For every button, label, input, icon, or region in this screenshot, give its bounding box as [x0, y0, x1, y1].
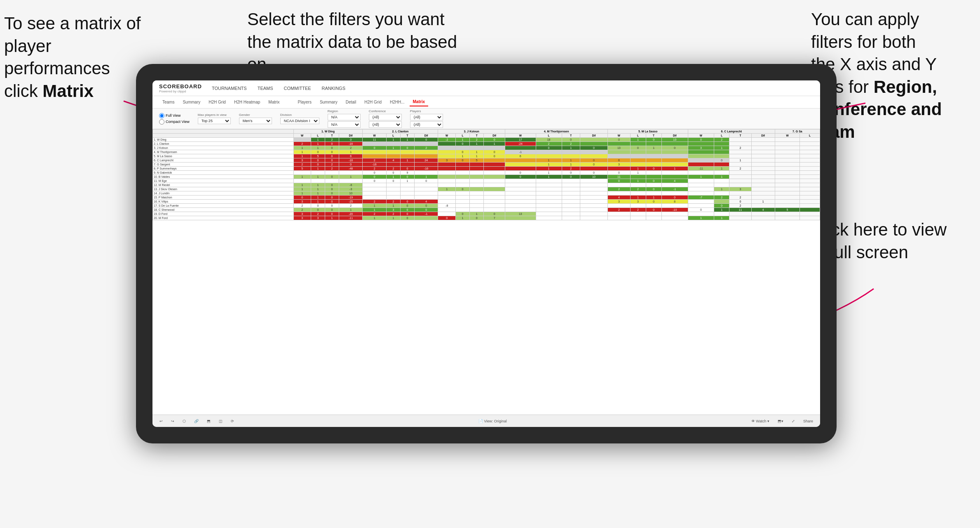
toolbar-redo[interactable]: ↪: [169, 418, 176, 424]
toolbar-fullscreen[interactable]: ⤢: [790, 418, 797, 424]
matrix-cell: [714, 171, 729, 175]
radio-compact-view[interactable]: [159, 119, 164, 125]
matrix-cell: 3: [293, 200, 311, 204]
matrix-cell: 0: [484, 150, 505, 154]
matrix-cell: [484, 175, 505, 179]
toolbar-layout[interactable]: ⬒: [205, 418, 213, 424]
matrix-cell: [484, 179, 505, 183]
matrix-cell: [438, 175, 456, 179]
tab-teams[interactable]: Teams: [159, 98, 178, 106]
matrix-cell: [800, 216, 820, 220]
table-row: 11. M Ege00100104: [153, 179, 820, 183]
matrix-cell: [800, 200, 820, 204]
matrix-cell: 4: [661, 179, 688, 183]
matrix-cell: -48: [339, 167, 363, 171]
matrix-cell: [714, 142, 729, 146]
player-name-cell: 14. J Lundin: [153, 191, 294, 196]
nav-tournaments[interactable]: TOURNAMENTS: [210, 85, 249, 92]
player-name-cell: 15. P Maichon: [153, 196, 294, 200]
matrix-cell: 0: [580, 171, 607, 175]
matrix-cell: [363, 150, 386, 154]
matrix-cell: [775, 142, 799, 146]
matrix-cell: 11: [363, 138, 386, 142]
tab-h2hh[interactable]: H2HH...: [387, 98, 408, 106]
select-region-x[interactable]: N/A: [328, 114, 361, 120]
matrix-cell: [386, 142, 400, 146]
matrix-cell: [505, 146, 536, 150]
tab-summary[interactable]: Summary: [179, 98, 204, 106]
tab-h2h-heatmap[interactable]: H2H Heatmap: [231, 98, 263, 106]
tab-detail[interactable]: Detail: [342, 98, 360, 106]
matrix-cell: [363, 191, 386, 196]
matrix-cell: 1: [400, 179, 414, 183]
tab-matrix[interactable]: Matrix: [265, 98, 283, 106]
toolbar-undo[interactable]: ↩: [157, 418, 165, 424]
matrix-cell: 0: [455, 150, 469, 154]
select-division[interactable]: NCAA Division I: [280, 118, 319, 124]
matrix-cell: 0: [580, 163, 607, 167]
tab-summary2[interactable]: Summary: [317, 98, 341, 106]
matrix-cell: [580, 191, 607, 196]
nav-teams[interactable]: TEAMS: [256, 85, 275, 92]
col-header-5: 5. M La Sasso: [608, 130, 688, 134]
matrix-cell: 0: [363, 146, 386, 150]
matrix-cell: [800, 154, 820, 158]
player-name-cell: 4. M Thorbjornsen: [153, 150, 294, 154]
tab-matrix-active[interactable]: Matrix: [410, 98, 428, 106]
toolbar-split[interactable]: ◫: [217, 418, 225, 424]
toolbar-watch[interactable]: 👁 Watch ▾: [749, 418, 771, 424]
select-players-y[interactable]: (All): [410, 121, 443, 128]
radio-full-view[interactable]: [159, 113, 164, 118]
player-name-cell: 12. M Riedel: [153, 183, 294, 187]
matrix-cell: [688, 204, 714, 208]
matrix-cell: 0: [339, 138, 363, 142]
matrix-cell: [400, 187, 414, 191]
matrix-cell: 0: [325, 142, 339, 146]
matrix-cell: 1: [646, 146, 661, 150]
toolbar-share[interactable]: Share: [801, 418, 815, 424]
select-max-players[interactable]: Top 25: [198, 118, 231, 124]
matrix-cell: [484, 187, 505, 191]
matrix-cell: [751, 154, 775, 158]
select-conference-x[interactable]: (All): [369, 114, 402, 120]
matrix-cell: [800, 150, 820, 154]
toolbar-refresh[interactable]: ⟳: [229, 418, 236, 424]
tab-h2h-grid2[interactable]: H2H Grid: [361, 98, 385, 106]
select-players-x[interactable]: (All): [410, 114, 443, 120]
nav-committee[interactable]: COMMITTEE: [282, 85, 313, 92]
matrix-cell: [608, 183, 630, 187]
table-row: 2. L Clanton210-16011-2422: [153, 142, 820, 146]
select-gender[interactable]: Men's: [239, 118, 272, 124]
matrix-cell: 1: [386, 204, 400, 208]
toolbar-link[interactable]: 🔗: [192, 418, 201, 424]
matrix-cell: [646, 216, 661, 220]
tablet-frame: SCOREBOARD Powered by clippd TOURNAMENTS…: [136, 64, 837, 443]
toolbar-layout2[interactable]: ⬒▾: [776, 418, 785, 424]
matrix-cell: [363, 187, 386, 191]
matrix-cell: -16: [414, 167, 438, 171]
matrix-cell: 1: [363, 204, 386, 208]
matrix-cell: 0: [311, 163, 325, 167]
matrix-cell: 0: [714, 158, 729, 163]
nav-rankings[interactable]: RANKINGS: [320, 85, 347, 92]
matrix-cell: 6: [505, 154, 536, 158]
matrix-cell: 0: [484, 154, 505, 158]
col-header-3: 3. J Koivun: [438, 130, 505, 134]
toolbar-hex[interactable]: ⬡: [181, 418, 188, 424]
matrix-cell: 2: [325, 167, 339, 171]
matrix-cell: [580, 150, 607, 154]
matrix-cell: 0: [325, 154, 339, 158]
matrix-container[interactable]: 1. W Ding 2. L Clanton 3. J Koivun 4. M …: [152, 129, 820, 415]
select-region-y[interactable]: N/A: [328, 121, 361, 128]
logo-area: SCOREBOARD Powered by clippd: [159, 83, 202, 93]
col-header-2: 2. L Clanton: [363, 130, 438, 134]
matrix-cell: 0: [400, 200, 414, 204]
matrix-cell: [751, 163, 775, 167]
select-conference-y[interactable]: (All): [369, 121, 402, 128]
matrix-cell: 2: [293, 204, 311, 208]
tab-h2h-grid[interactable]: H2H Grid: [205, 98, 229, 106]
tab-players[interactable]: Players: [295, 98, 315, 106]
matrix-cell: -24: [505, 142, 536, 146]
table-row: 14. J Lundin11010: [153, 191, 820, 196]
matrix-cell: 0: [386, 171, 400, 175]
